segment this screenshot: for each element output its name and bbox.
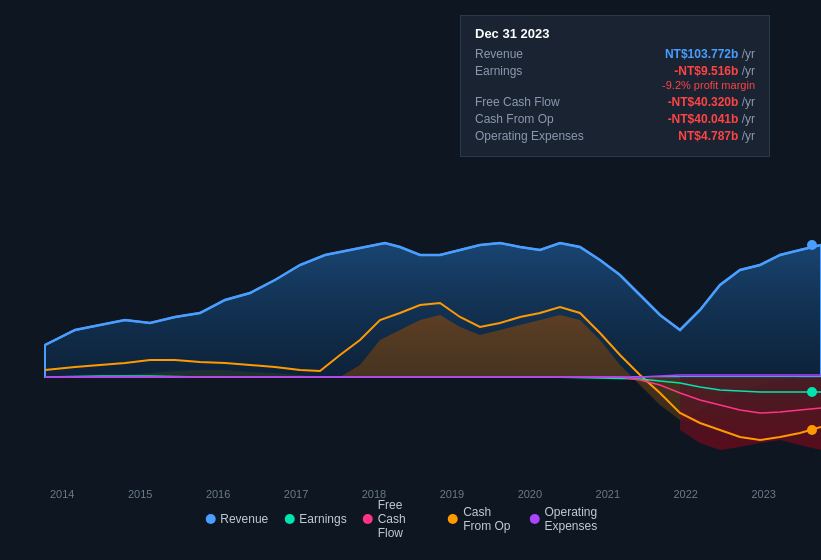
legend-label-earnings: Earnings [299,512,346,526]
legend-dot-cash-from-op [448,514,458,524]
x-label-2014: 2014 [50,488,74,500]
tooltip-profit-margin: -9.2% profit margin [662,79,755,91]
tooltip-row-cash-from-op: Cash From Op -NT$40.041b /yr [475,112,755,126]
chart-container: NT$200b NT$0 -NT$80b [0,0,821,560]
x-label-2015: 2015 [128,488,152,500]
tooltip-value-operating-expenses: NT$4.787b /yr [678,129,755,143]
x-label-2022: 2022 [674,488,698,500]
legend-dot-free-cash-flow [363,514,373,524]
svg-point-3 [807,425,817,435]
tooltip-label-free-cash-flow: Free Cash Flow [475,95,595,109]
legend-dot-operating-expenses [529,514,539,524]
data-tooltip: Dec 31 2023 Revenue NT$103.772b /yr Earn… [460,15,770,157]
chart-legend: Revenue Earnings Free Cash Flow Cash Fro… [205,498,616,540]
legend-label-revenue: Revenue [220,512,268,526]
tooltip-label-operating-expenses: Operating Expenses [475,129,595,143]
legend-label-operating-expenses: Operating Expenses [544,505,615,533]
legend-item-revenue[interactable]: Revenue [205,512,268,526]
chart-svg [0,155,821,485]
legend-item-operating-expenses[interactable]: Operating Expenses [529,505,615,533]
legend-label-free-cash-flow: Free Cash Flow [378,498,433,540]
legend-item-free-cash-flow[interactable]: Free Cash Flow [363,498,433,540]
tooltip-value-free-cash-flow: -NT$40.320b /yr [668,95,755,109]
x-label-2023: 2023 [751,488,775,500]
tooltip-label-cash-from-op: Cash From Op [475,112,595,126]
tooltip-value-earnings: -NT$9.516b /yr [674,64,755,78]
tooltip-value-revenue: NT$103.772b /yr [665,47,755,61]
tooltip-value-cash-from-op: -NT$40.041b /yr [668,112,755,126]
svg-point-1 [807,240,817,250]
legend-item-earnings[interactable]: Earnings [284,512,346,526]
tooltip-row-free-cash-flow: Free Cash Flow -NT$40.320b /yr [475,95,755,109]
legend-dot-earnings [284,514,294,524]
legend-dot-revenue [205,514,215,524]
tooltip-row-revenue: Revenue NT$103.772b /yr [475,47,755,61]
svg-point-2 [807,387,817,397]
tooltip-label-revenue: Revenue [475,47,595,61]
tooltip-row-operating-expenses: Operating Expenses NT$4.787b /yr [475,129,755,143]
tooltip-label-earnings: Earnings [475,64,595,78]
tooltip-row-earnings: Earnings -NT$9.516b /yr -9.2% profit mar… [475,64,755,92]
tooltip-date: Dec 31 2023 [475,26,755,41]
legend-label-cash-from-op: Cash From Op [463,505,513,533]
legend-item-cash-from-op[interactable]: Cash From Op [448,505,513,533]
